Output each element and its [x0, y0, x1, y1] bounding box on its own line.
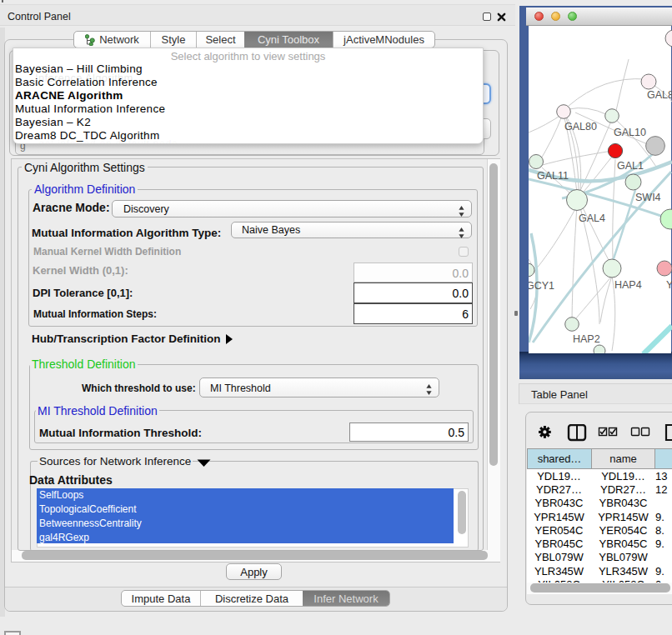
svg-text:HAP4: HAP4 [614, 279, 642, 291]
svg-text:GAL11: GAL11 [537, 170, 569, 182]
svg-text:GCY1: GCY1 [529, 280, 554, 292]
svg-text:GAL4: GAL4 [579, 212, 605, 224]
svg-text:GAL8: GAL8 [647, 89, 672, 101]
svg-text:HAP2: HAP2 [573, 333, 600, 345]
svg-text:GAL80: GAL80 [564, 121, 597, 132]
svg-text:Y: Y [666, 279, 672, 291]
svg-text:GAL1: GAL1 [617, 160, 644, 172]
svg-text:GAL10: GAL10 [614, 127, 646, 138]
svg-text:SWI4: SWI4 [635, 192, 661, 203]
